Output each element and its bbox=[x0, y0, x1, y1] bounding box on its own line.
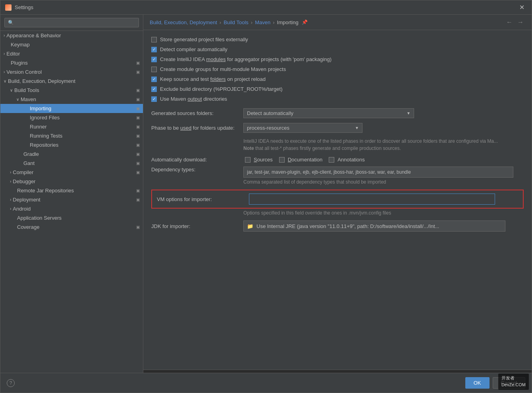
setting-store-generated: Store generated project files externally bbox=[151, 36, 524, 42]
sidebar-item-appearance[interactable]: ›Appearance & Behavior bbox=[0, 31, 143, 40]
cb-keep-source[interactable] bbox=[151, 77, 157, 82]
setting-keep-source: Keep source and test folders on project … bbox=[151, 76, 524, 82]
setting-create-modules: Create IntelliJ IDEA modules for aggrega… bbox=[151, 56, 524, 62]
cb-detect-compiler[interactable] bbox=[151, 47, 157, 52]
cb-sources-label: Sources bbox=[254, 157, 273, 163]
sidebar-item-android[interactable]: ›Android bbox=[0, 204, 143, 213]
jdk-value: Use Internal JRE (java version "11.0.11+… bbox=[256, 223, 439, 229]
close-button[interactable]: ✕ bbox=[517, 3, 527, 12]
cb-sources-container: Sources bbox=[245, 157, 273, 163]
arrow-icon: › bbox=[4, 70, 5, 74]
nav-back[interactable]: ← bbox=[505, 19, 514, 26]
settings-panel: Store generated project files externally… bbox=[143, 30, 532, 370]
sidebar-item-editor[interactable]: ›Editor bbox=[0, 49, 143, 58]
sidebar-item-deployment[interactable]: ›Deployment▣ bbox=[0, 195, 143, 204]
sidebar-item-label: Running Tests bbox=[30, 133, 62, 139]
jdk-label: JDK for importer: bbox=[151, 223, 239, 229]
sidebar-item-repositories[interactable]: Repositories▣ bbox=[0, 140, 143, 150]
arrow-icon: › bbox=[4, 52, 5, 56]
cb-create-modules[interactable] bbox=[151, 57, 157, 62]
help-button[interactable]: ? bbox=[7, 379, 15, 387]
sidebar-item-label: Compiler bbox=[13, 169, 33, 175]
sidebar-item-importing[interactable]: Importing▣ bbox=[0, 104, 143, 113]
phase-update-dropdown[interactable]: process-resources ▼ bbox=[243, 123, 362, 133]
cb-exclude-build-container: Exclude build directory (%PROJECT_ROOT%/… bbox=[151, 86, 282, 92]
phase-update-value: process-resources bbox=[247, 125, 289, 131]
scrollbar[interactable] bbox=[143, 370, 532, 373]
sidebar-item-build-tools[interactable]: ∨Build Tools▣ bbox=[0, 86, 143, 95]
cb-sources[interactable] bbox=[245, 157, 251, 163]
search-input[interactable] bbox=[4, 18, 139, 27]
auto-download-label: Automatically download: bbox=[151, 157, 239, 163]
sidebar-item-gradle[interactable]: Gradle▣ bbox=[0, 150, 143, 159]
sidebar-item-ignored-files[interactable]: Ignored Files▣ bbox=[0, 113, 143, 122]
sidebar: ›Appearance & BehaviorKeymap›EditorPlugi… bbox=[0, 15, 143, 373]
cb-use-maven-label: Use Maven output directories bbox=[160, 96, 227, 102]
jdk-dropdown[interactable]: 📁 Use Internal JRE (java version "11.0.1… bbox=[243, 220, 505, 232]
sidebar-item-remote-jar[interactable]: Remote Jar Repositories▣ bbox=[0, 186, 143, 195]
breadcrumb: Build, Execution, Deployment › Build Too… bbox=[143, 15, 532, 30]
ok-button[interactable]: OK bbox=[465, 377, 490, 389]
pin-icon: ▣ bbox=[136, 70, 140, 74]
sidebar-item-version-control[interactable]: ›Version Control▣ bbox=[0, 67, 143, 77]
cb-documentation[interactable] bbox=[279, 157, 285, 163]
pin-icon: ▣ bbox=[136, 143, 140, 147]
cb-documentation-label: Documentation bbox=[288, 157, 322, 163]
dep-types-row: Dependency types: bbox=[151, 167, 524, 178]
arrow-icon: ∨ bbox=[4, 79, 6, 83]
arrow-icon: ∨ bbox=[16, 97, 19, 102]
pin-icon: ▣ bbox=[136, 134, 140, 138]
setting-module-groups: Create module groups for multi-module Ma… bbox=[151, 66, 524, 72]
breadcrumb-current: Importing bbox=[277, 19, 299, 25]
arrow-icon: › bbox=[4, 33, 5, 38]
pin-icon: ▣ bbox=[136, 152, 140, 156]
nav-forward[interactable]: → bbox=[516, 19, 525, 26]
vm-options-label: VM options for importer: bbox=[157, 196, 244, 202]
vm-options-input[interactable] bbox=[249, 194, 495, 205]
auto-download-group: Sources Documentation Annotations bbox=[245, 157, 365, 163]
sidebar-item-label: Application Servers bbox=[17, 215, 62, 221]
sidebar-item-coverage[interactable]: Coverage▣ bbox=[0, 222, 143, 232]
sidebar-item-keymap[interactable]: Keymap bbox=[0, 40, 143, 49]
cb-annotations[interactable] bbox=[329, 157, 334, 163]
breadcrumb-maven[interactable]: Maven bbox=[255, 19, 270, 25]
sidebar-item-gant[interactable]: Gant▣ bbox=[0, 159, 143, 168]
cb-use-maven[interactable] bbox=[151, 96, 157, 102]
breadcrumb-buildtools[interactable]: Build Tools bbox=[224, 19, 249, 25]
sidebar-item-compiler[interactable]: ›Compiler▣ bbox=[0, 168, 143, 177]
sidebar-item-runner[interactable]: Runner▣ bbox=[0, 122, 143, 131]
window-title: Settings bbox=[15, 4, 517, 10]
cb-store-generated[interactable] bbox=[151, 37, 157, 42]
dep-types-input[interactable] bbox=[243, 167, 513, 178]
cb-module-groups[interactable] bbox=[151, 67, 157, 72]
pin-icon: ▣ bbox=[136, 115, 140, 120]
phase-info: IntelliJ IDEA needs to execute one of th… bbox=[151, 138, 524, 152]
sidebar-item-debugger[interactable]: ›Debugger bbox=[0, 177, 143, 186]
app-icon bbox=[5, 4, 12, 11]
pin-icon: ▣ bbox=[136, 61, 140, 65]
sidebar-item-plugins[interactable]: Plugins▣ bbox=[0, 58, 143, 67]
cb-exclude-build[interactable] bbox=[151, 86, 157, 92]
sidebar-item-label: Keymap bbox=[11, 42, 30, 48]
sidebar-item-app-servers[interactable]: Application Servers bbox=[0, 213, 143, 222]
pin-icon: ▣ bbox=[136, 225, 140, 229]
sidebar-item-running-tests[interactable]: Running Tests▣ bbox=[0, 131, 143, 140]
generated-sources-dropdown[interactable]: Detect automatically ▼ bbox=[243, 108, 414, 118]
sidebar-item-label: Remote Jar Repositories bbox=[17, 188, 74, 194]
dep-types-info: Comma separated list of dependency types… bbox=[151, 179, 524, 185]
pin-icon: ▣ bbox=[136, 106, 140, 111]
arrow-icon: › bbox=[10, 207, 11, 211]
sidebar-item-maven[interactable]: ∨Maven▣ bbox=[0, 95, 143, 104]
sidebar-item-build-execution[interactable]: ∨Build, Execution, Deployment bbox=[0, 77, 143, 86]
phase-dropdown-arrow-icon: ▼ bbox=[355, 126, 359, 130]
sidebar-item-label: Appearance & Behavior bbox=[6, 33, 61, 38]
cb-annotations-label: Annotations bbox=[337, 157, 365, 163]
cb-store-generated-container: Store generated project files externally bbox=[151, 36, 248, 42]
auto-download-row: Automatically download: Sources Document… bbox=[151, 157, 524, 163]
sidebar-item-label: Coverage bbox=[17, 224, 39, 230]
cb-detect-compiler-container: Detect compiler automatically bbox=[151, 46, 227, 52]
cb-create-modules-label: Create IntelliJ IDEA modules for aggrega… bbox=[160, 56, 332, 62]
pin-icon: ▣ bbox=[136, 188, 140, 193]
breadcrumb-build[interactable]: Build, Execution, Deployment bbox=[150, 19, 217, 25]
cb-exclude-build-label: Exclude build directory (%PROJECT_ROOT%/… bbox=[160, 86, 282, 92]
